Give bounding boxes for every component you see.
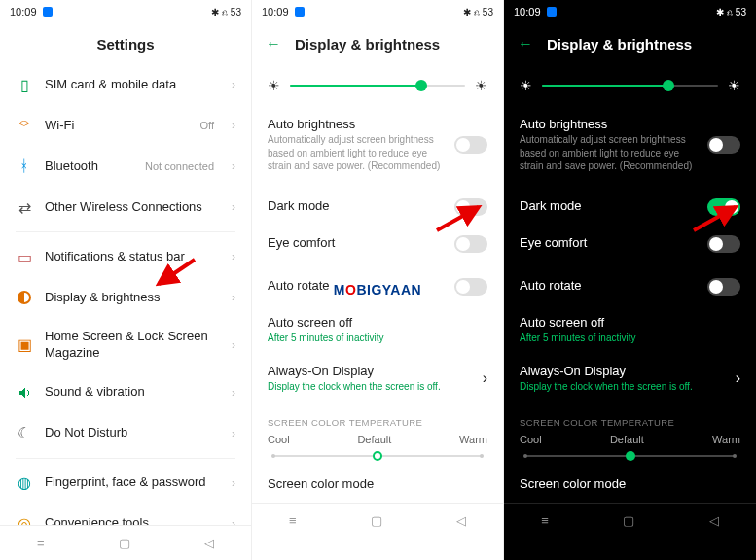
chevron-right-icon: › xyxy=(232,476,235,490)
row-always-on-display[interactable]: Always-On DisplayDisplay the clock when … xyxy=(252,354,503,403)
row-wifi[interactable]: ⌔Wi-FiOff› xyxy=(4,105,247,146)
nav-bar: ≡ ▢ ◁ xyxy=(0,525,251,560)
row-dark-mode: Dark mode xyxy=(252,189,503,226)
row-fingerprint[interactable]: ◍Fingerprint, face & password› xyxy=(4,463,247,504)
clock: 10:09 xyxy=(10,6,37,18)
status-bar: 10:09 ✱ ⎌ 53 xyxy=(504,0,756,23)
nav-recent-icon[interactable]: ≡ xyxy=(37,536,45,550)
sun-low-icon: ☀ xyxy=(268,78,280,93)
app-indicator-icon xyxy=(295,7,305,17)
chevron-right-icon: › xyxy=(232,386,235,400)
chevron-right-icon: › xyxy=(483,369,487,387)
divider xyxy=(16,231,235,232)
row-auto-screen-off[interactable]: Auto screen off After 5 minutes of inact… xyxy=(504,305,756,355)
slider-track[interactable] xyxy=(290,85,465,87)
nav-home-icon[interactable]: ▢ xyxy=(623,513,634,528)
toggle-auto-rotate[interactable] xyxy=(707,278,740,296)
row-sim[interactable]: ▯SIM card & mobile data› xyxy=(4,64,247,105)
clock: 10:09 xyxy=(262,6,289,18)
toggle-eye-comfort[interactable] xyxy=(707,235,740,253)
nav-home-icon[interactable]: ▢ xyxy=(371,513,382,528)
screen-display-dark: 10:09 ✱ ⎌ 53 ← Display & brightness ☀ ☀ … xyxy=(504,0,756,560)
toggle-dark-mode[interactable] xyxy=(707,198,740,216)
row-auto-brightness: Auto brightnessAutomatically adjust scre… xyxy=(252,107,503,183)
brightness-slider[interactable]: ☀ ☀ xyxy=(252,64,503,107)
nav-back-icon[interactable]: ◁ xyxy=(709,513,719,528)
toggle-dark-mode[interactable] xyxy=(454,198,487,216)
row-dnd[interactable]: ☾Do Not Disturb› xyxy=(4,413,247,454)
fingerprint-icon: ◍ xyxy=(16,474,33,492)
page-title: Display & brightness xyxy=(295,36,440,52)
row-screen-color-mode[interactable]: Screen color mode xyxy=(504,467,756,503)
row-always-on-display[interactable]: Always-On DisplayDisplay the clock when … xyxy=(504,354,756,403)
chevron-right-icon: › xyxy=(232,427,235,440)
row-dark-mode: Dark mode xyxy=(504,189,756,226)
status-icons: ✱ ⎌ 53 xyxy=(211,7,241,18)
toggle-eye-comfort[interactable] xyxy=(454,235,487,253)
app-indicator-icon xyxy=(43,7,53,17)
app-indicator-icon xyxy=(547,7,557,17)
row-auto-brightness: Auto brightnessAutomatically adjust scre… xyxy=(504,107,756,183)
divider xyxy=(16,458,235,459)
toggle-auto-brightness[interactable] xyxy=(454,136,487,154)
section-color-temp: SCREEN COLOR TEMPERATURE xyxy=(252,403,503,434)
row-screen-color-mode[interactable]: Screen color mode xyxy=(252,467,503,503)
chevron-right-icon: › xyxy=(736,369,740,387)
toggle-auto-rotate[interactable] xyxy=(454,278,487,296)
status-icons: ✱ ⎌ 53 xyxy=(716,7,746,18)
toggle-auto-brightness[interactable] xyxy=(707,136,740,154)
sun-low-icon: ☀ xyxy=(520,78,532,93)
nav-bar: ≡ ▢ ◁ xyxy=(252,503,503,538)
chevron-right-icon: › xyxy=(232,291,235,304)
moon-icon: ☾ xyxy=(16,425,33,442)
back-icon[interactable]: ← xyxy=(266,35,281,52)
row-bluetooth[interactable]: ᚼBluetoothNot connected› xyxy=(4,146,247,187)
link-icon: ⇄ xyxy=(16,198,33,216)
status-bar: 10:09 ✱ ⎌ 53 xyxy=(252,0,503,23)
row-eye-comfort: Eye comfort xyxy=(504,226,756,262)
nav-recent-icon[interactable]: ≡ xyxy=(289,513,297,528)
row-auto-rotate: Auto rotate xyxy=(504,268,756,305)
color-temp-control[interactable]: CoolDefaultWarm xyxy=(252,434,503,467)
page-title: Display & brightness xyxy=(547,36,692,52)
screen-settings: 10:09 ✱ ⎌ 53 Settings ▯SIM card & mobile… xyxy=(0,0,252,560)
chevron-right-icon: › xyxy=(232,119,235,132)
sim-icon: ▯ xyxy=(16,76,33,93)
chevron-right-icon: › xyxy=(232,338,235,352)
row-home-screen[interactable]: ▣Home Screen & Lock Screen Magazine› xyxy=(4,318,247,372)
chevron-right-icon: › xyxy=(232,78,235,91)
status-icons: ✱ ⎌ 53 xyxy=(463,7,493,18)
display-icon xyxy=(16,289,33,306)
nav-home-icon[interactable]: ▢ xyxy=(119,536,130,550)
chevron-right-icon: › xyxy=(232,250,235,263)
screen-display-light: 10:09 ✱ ⎌ 53 ← Display & brightness ☀ ☀ … xyxy=(252,0,504,560)
nav-back-icon[interactable]: ◁ xyxy=(456,513,466,528)
clock: 10:09 xyxy=(514,6,541,18)
row-eye-comfort: Eye comfort xyxy=(252,226,503,262)
row-sound[interactable]: 🔉︎Sound & vibration› xyxy=(4,372,247,413)
tools-icon: ◎ xyxy=(16,515,33,525)
status-bar: 10:09 ✱ ⎌ 53 xyxy=(0,0,251,23)
color-temp-control[interactable]: CoolDefaultWarm xyxy=(504,434,756,467)
header: ← Display & brightness xyxy=(252,23,503,64)
brightness-slider[interactable]: ☀ ☀ xyxy=(504,64,756,107)
row-other-wireless[interactable]: ⇄Other Wireless Connections› xyxy=(4,187,247,228)
row-auto-rotate: Auto rotate xyxy=(252,268,503,305)
wifi-icon: ⌔ xyxy=(16,117,33,134)
sound-icon: 🔉︎ xyxy=(16,384,33,402)
notification-icon: ▭ xyxy=(16,248,33,265)
row-display-brightness[interactable]: Display & brightness› xyxy=(4,277,247,318)
home-icon: ▣ xyxy=(16,336,33,354)
row-notifications[interactable]: ▭Notifications & status bar› xyxy=(4,236,247,277)
slider-track[interactable] xyxy=(542,85,718,87)
sun-high-icon: ☀ xyxy=(475,78,487,93)
row-auto-screen-off[interactable]: Auto screen off After 5 minutes of inact… xyxy=(252,305,503,355)
row-convenience[interactable]: ◎Convenience tools› xyxy=(4,504,247,525)
back-icon[interactable]: ← xyxy=(518,35,533,52)
sun-high-icon: ☀ xyxy=(728,78,740,93)
nav-recent-icon[interactable]: ≡ xyxy=(541,513,549,528)
page-title: Settings xyxy=(0,23,251,64)
settings-list: ▯SIM card & mobile data› ⌔Wi-FiOff› ᚼBlu… xyxy=(0,64,251,525)
nav-back-icon[interactable]: ◁ xyxy=(204,536,214,550)
chevron-right-icon: › xyxy=(232,517,235,525)
